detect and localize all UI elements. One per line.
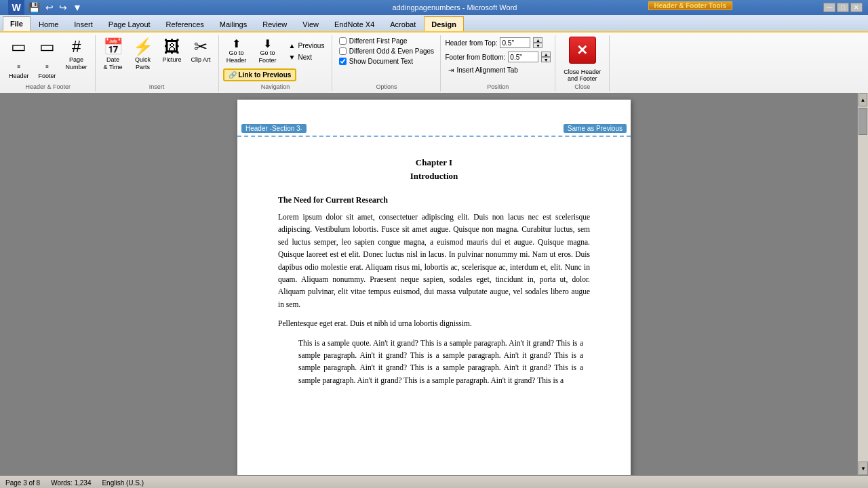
contextual-tab-label: Header & Footer Tools xyxy=(648,1,733,10)
save-button[interactable]: 💾 xyxy=(27,1,41,14)
quick-parts-button[interactable]: ⚡ Quick Parts xyxy=(130,37,157,73)
picture-button[interactable]: 🖼 Picture xyxy=(159,37,185,66)
close-group-label: Close xyxy=(555,83,609,90)
document-content: Chapter I Introduction The Need for Curr… xyxy=(237,137,631,413)
tab-review[interactable]: Review xyxy=(255,16,294,31)
ribbon-group-position: Header from Top: ▲ ▼ Footer from Bottom:… xyxy=(441,35,555,92)
page-count: Page 3 of 8 xyxy=(5,479,40,487)
navigation-label: Navigation xyxy=(219,83,332,90)
go-to-header-button[interactable]: ⬆ Go to Header xyxy=(223,37,250,66)
ribbon: ▭≡ Header ▭≡ Footer # Page Number Header… xyxy=(0,31,868,93)
next-button[interactable]: ▼ Next xyxy=(285,52,328,62)
close-controls: ✕ Close Header and Footer xyxy=(564,37,601,82)
language: English (U.S.) xyxy=(102,479,144,487)
header-spin-down[interactable]: ▼ xyxy=(533,43,542,48)
header-from-top-input[interactable] xyxy=(500,37,530,48)
position-controls: Header from Top: ▲ ▼ Footer from Bottom:… xyxy=(445,37,551,82)
scroll-down-button[interactable]: ▼ xyxy=(859,462,868,475)
scroll-thumb[interactable] xyxy=(859,108,867,135)
ribbon-group-options: Different First Page Different Odd & Eve… xyxy=(332,35,441,92)
different-first-page-option[interactable]: Different First Page xyxy=(339,37,408,45)
clip-art-icon: ✂ xyxy=(194,39,208,55)
undo-button[interactable]: ↩ xyxy=(44,1,55,14)
header-icon: ▭≡ xyxy=(11,39,26,71)
word-count: Words: 1,234 xyxy=(51,479,91,487)
footer-from-bottom-row: Footer from Bottom: ▲ ▼ xyxy=(445,51,551,63)
tab-insert[interactable]: Insert xyxy=(66,16,100,31)
quote-text: This is a sample quote. Ain't it grand? … xyxy=(298,337,583,387)
quick-parts-icon: ⚡ xyxy=(133,39,153,55)
paragraph-2: Pellentesque eget erat. Duis et nibh id … xyxy=(278,317,590,329)
window-controls[interactable]: — □ ✕ xyxy=(823,3,863,12)
quick-access-toolbar[interactable]: W 💾 ↩ ↪ ▼ xyxy=(5,0,86,16)
link-icon: 🔗 xyxy=(229,71,237,79)
header-spin-up[interactable]: ▲ xyxy=(533,37,542,43)
next-icon: ▼ xyxy=(289,54,296,61)
show-document-text-option[interactable]: Show Document Text xyxy=(339,57,413,66)
document-area: Header -Section 3- Same as Previous Chap… xyxy=(0,93,868,475)
tab-acrobat[interactable]: Acrobat xyxy=(382,16,423,31)
footer-spin-down[interactable]: ▼ xyxy=(541,57,551,62)
section-title: The Need for Current Research xyxy=(278,195,590,205)
header-from-top-row: Header from Top: ▲ ▼ xyxy=(445,37,542,49)
previous-icon: ▲ xyxy=(289,42,296,49)
different-odd-even-checkbox[interactable] xyxy=(339,47,347,55)
redo-button[interactable]: ↪ xyxy=(58,1,68,14)
prev-next-buttons: ▲ Previous ▼ Next xyxy=(285,41,328,62)
insert-alignment-tab-button[interactable]: ⇥ Insert Alignment Tab xyxy=(445,65,521,75)
page-number-button[interactable]: # Page Number xyxy=(62,37,91,73)
tab-page-layout[interactable]: Page Layout xyxy=(101,16,158,31)
tab-endnote[interactable]: EndNote X4 xyxy=(327,16,382,31)
tab-file[interactable]: File xyxy=(3,16,31,31)
close-x-icon: ✕ xyxy=(576,42,588,58)
minimize-button[interactable]: — xyxy=(823,3,835,12)
date-time-button[interactable]: 📅 Date & Time xyxy=(100,37,127,73)
alignment-icon: ⇥ xyxy=(448,66,454,74)
scroll-up-button[interactable]: ▲ xyxy=(859,93,867,106)
nav-goto-row: ⬆ Go to Header ⬇ Go to Footer ▲ Previous xyxy=(223,37,328,66)
close-window-button[interactable]: ✕ xyxy=(850,3,863,12)
footer-from-bottom-input[interactable] xyxy=(508,52,538,62)
clip-art-button[interactable]: ✂ Clip Art xyxy=(188,37,214,66)
vertical-scrollbar[interactable]: ▲ ▼ xyxy=(857,93,868,475)
tab-design[interactable]: Design xyxy=(424,16,464,31)
ribbon-group-navigation: ⬆ Go to Header ⬇ Go to Footer ▲ Previous xyxy=(219,35,333,92)
ribbon-group-header-footer: ▭≡ Header ▭≡ Footer # Page Number Header… xyxy=(1,35,96,92)
options-checkboxes: Different First Page Different Odd & Eve… xyxy=(339,37,434,82)
close-header-footer-button[interactable]: ✕ xyxy=(569,37,596,64)
ribbon-group-insert: 📅 Date & Time ⚡ Quick Parts 🖼 Picture ✂ … xyxy=(96,35,219,92)
close-label: Close Header and Footer xyxy=(564,68,601,82)
footer-spinner[interactable]: ▲ ▼ xyxy=(541,52,551,62)
header-spinner[interactable]: ▲ ▼ xyxy=(533,37,542,48)
tab-mailings[interactable]: Mailings xyxy=(212,16,254,31)
header-section-label: Header -Section 3- xyxy=(241,124,307,133)
tab-view[interactable]: View xyxy=(295,16,326,31)
header-footer-buttons: ▭≡ Header ▭≡ Footer # Page Number xyxy=(5,37,91,82)
position-label: Position xyxy=(441,83,555,90)
insert-label: Insert xyxy=(96,83,218,90)
header-footer-label: Header & Footer xyxy=(1,83,95,90)
footer-spin-up[interactable]: ▲ xyxy=(541,52,551,57)
tab-references[interactable]: References xyxy=(159,16,212,31)
customize-button[interactable]: ▼ xyxy=(71,1,83,14)
picture-icon: 🖼 xyxy=(164,39,180,55)
maximize-button[interactable]: □ xyxy=(837,3,849,12)
go-to-header-icon: ⬆ xyxy=(232,39,241,49)
link-to-previous-button[interactable]: 🔗 Link to Previous xyxy=(223,68,297,81)
footer-button[interactable]: ▭≡ Footer xyxy=(35,37,60,82)
different-odd-even-option[interactable]: Different Odd & Even Pages xyxy=(339,47,434,56)
previous-button[interactable]: ▲ Previous xyxy=(285,41,328,51)
status-bar: Page 3 of 8 Words: 1,234 English (U.S.) xyxy=(0,475,868,488)
different-first-page-checkbox[interactable] xyxy=(339,37,347,45)
go-to-footer-icon: ⬇ xyxy=(263,39,272,49)
go-to-footer-button[interactable]: ⬇ Go to Footer xyxy=(254,37,281,66)
header-button[interactable]: ▭≡ Header xyxy=(5,37,33,82)
tab-row: File Home Insert Page Layout References … xyxy=(0,15,868,31)
show-document-text-checkbox[interactable] xyxy=(339,58,347,65)
options-label: Options xyxy=(332,83,440,90)
header-area[interactable]: Header -Section 3- Same as Previous xyxy=(237,100,631,137)
tab-home[interactable]: Home xyxy=(31,16,66,31)
ribbon-group-close: ✕ Close Header and Footer Close xyxy=(555,35,610,92)
chapter-title: Chapter I xyxy=(278,157,590,168)
navigation-buttons: ⬆ Go to Header ⬇ Go to Footer ▲ Previous xyxy=(223,37,328,82)
